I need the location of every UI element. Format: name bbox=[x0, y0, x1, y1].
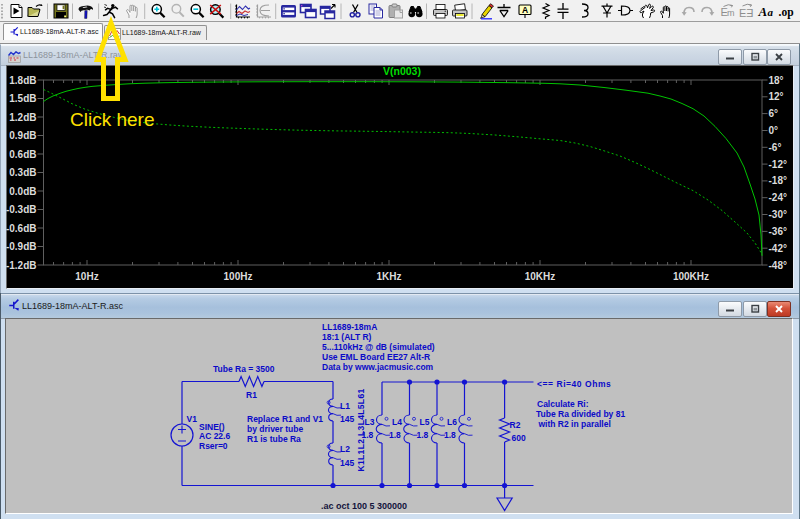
svg-text:Click here: Click here bbox=[70, 109, 154, 130]
